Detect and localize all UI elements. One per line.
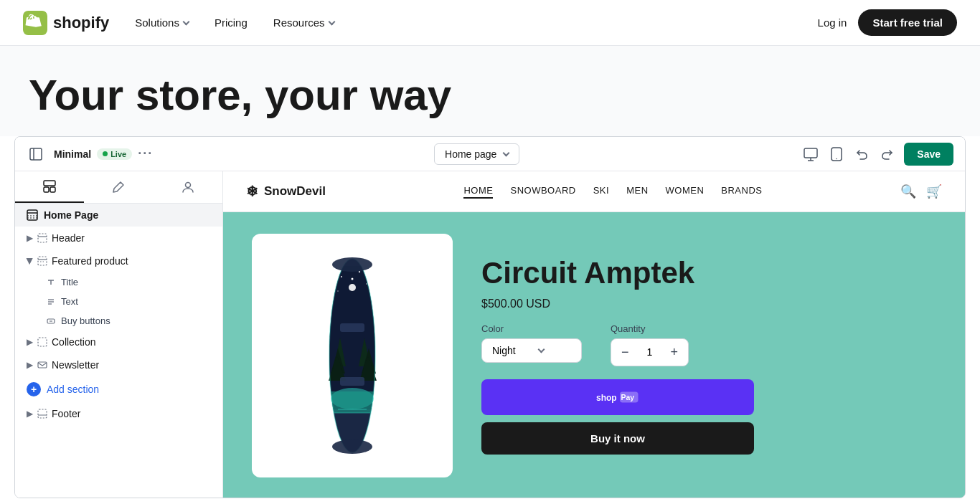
sidebar-tab-sections[interactable]	[15, 171, 84, 203]
add-section-icon: +	[27, 382, 41, 396]
shop-pay-button[interactable]: shop Pay	[481, 379, 754, 415]
resources-chevron-icon	[328, 19, 335, 26]
undo-button[interactable]	[852, 145, 871, 163]
sidebar-item-footer[interactable]: ▶ Footer	[15, 402, 222, 425]
buy-now-button[interactable]: Buy it now	[481, 422, 754, 455]
mobile-view-button[interactable]	[828, 144, 845, 164]
svg-point-56	[332, 257, 372, 272]
svg-point-12	[185, 183, 190, 188]
shopify-logo: S shopify	[23, 11, 109, 35]
store-nav-ski[interactable]: SKI	[593, 185, 609, 199]
svg-point-38	[366, 283, 367, 285]
sidebar-item-featured-product[interactable]: ▶ Featured product	[15, 249, 222, 272]
footer-expand-icon: ▶	[27, 409, 33, 419]
product-info: Circuit Amptek $500.00 USD Color Night	[481, 249, 936, 461]
home-page-label: Home Page	[44, 209, 98, 221]
svg-rect-9	[44, 181, 55, 186]
sidebar-item-title[interactable]: Title	[15, 272, 222, 292]
search-icon[interactable]: 🔍	[900, 184, 916, 199]
login-link[interactable]: Log in	[818, 16, 847, 29]
sections-icon	[43, 180, 56, 193]
svg-point-42	[349, 284, 356, 291]
svg-rect-31	[38, 409, 47, 418]
add-section-label: Add section	[47, 384, 99, 395]
redo-icon	[881, 148, 894, 161]
live-badge-text: Live	[110, 150, 126, 158]
header-label: Header	[52, 232, 85, 244]
editor-body: Home Page ▶ Header ▶ Featured product	[15, 171, 965, 498]
quantity-control: − 1 +	[611, 338, 689, 366]
svg-rect-17	[38, 234, 47, 242]
svg-rect-13	[27, 210, 37, 220]
sidebar-tab-people[interactable]	[154, 171, 222, 203]
sidebar-item-header[interactable]: ▶ Header	[15, 227, 222, 249]
add-section-button[interactable]: + Add section	[15, 376, 222, 402]
store-nav-brands[interactable]: BRANDS	[721, 185, 762, 199]
sidebar-items-list: Home Page ▶ Header ▶ Featured product	[15, 204, 222, 498]
svg-rect-29	[38, 338, 47, 346]
sidebar-item-home-page[interactable]: Home Page	[15, 204, 222, 227]
sidebar-item-collection[interactable]: ▶ Collection	[15, 331, 222, 353]
cart-icon[interactable]: 🛒	[926, 184, 942, 199]
store-nav-women[interactable]: WOMEN	[666, 185, 705, 199]
svg-point-41	[369, 274, 371, 275]
store-nav-right: 🔍 🛒	[900, 184, 942, 199]
store-nav-home[interactable]: HOME	[463, 185, 493, 199]
buy-buttons-label: Buy buttons	[61, 315, 110, 326]
collection-label: Collection	[52, 336, 95, 348]
redo-button[interactable]	[878, 145, 897, 163]
title-icon	[47, 278, 55, 287]
quantity-decrease-button[interactable]: −	[611, 339, 639, 366]
color-option-group: Color Night	[481, 323, 582, 366]
toolbar-left: Minimal Live ···	[27, 145, 153, 163]
live-dot-icon	[103, 151, 108, 156]
color-value: Night	[492, 345, 516, 356]
save-button[interactable]: Save	[904, 143, 953, 166]
svg-rect-10	[44, 187, 49, 192]
store-nav-snowboard[interactable]: SNOWBOARD	[510, 185, 575, 199]
sidebar-toggle-button[interactable]	[27, 145, 45, 163]
page-select[interactable]: Home page	[434, 143, 519, 165]
desktop-view-button[interactable]	[801, 144, 821, 164]
quantity-label: Quantity	[611, 323, 689, 334]
store-preview: ❄ SnowDevil HOME SNOWBOARD SKI MEN WOMEN…	[223, 171, 965, 498]
sidebar-tabs	[15, 171, 222, 204]
sidebar-item-buy-buttons[interactable]: Buy buttons	[15, 311, 222, 331]
pricing-nav-link[interactable]: Pricing	[215, 16, 248, 29]
svg-rect-30	[38, 362, 47, 368]
shopify-logo-icon: S	[23, 11, 47, 35]
store-logo-icon: ❄	[246, 183, 258, 200]
home-page-icon	[27, 209, 38, 221]
text-label: Text	[61, 296, 78, 307]
theme-options-button[interactable]: ···	[138, 146, 153, 161]
people-icon	[182, 181, 194, 194]
color-select[interactable]: Night	[481, 338, 582, 363]
store-nav-links: HOME SNOWBOARD SKI MEN WOMEN BRANDS	[463, 185, 762, 199]
product-name: Circuit Amptek	[481, 257, 936, 290]
hero-section: Your store, your way	[0, 46, 980, 136]
sidebar-tab-theme[interactable]	[84, 171, 153, 203]
start-trial-button[interactable]: Start free trial	[858, 9, 957, 36]
svg-rect-2	[30, 148, 42, 160]
product-options: Color Night Quantity − 1	[481, 323, 936, 366]
toolbar-center: Home page	[434, 143, 519, 165]
page-select-chevron-icon	[503, 150, 510, 157]
sidebar-item-newsletter[interactable]: ▶ Newsletter	[15, 353, 222, 376]
svg-text:Pay: Pay	[621, 392, 635, 401]
resources-nav-link[interactable]: Resources	[273, 16, 334, 29]
store-logo-text: SnowDevil	[264, 184, 326, 199]
store-nav-men[interactable]: MEN	[626, 185, 648, 199]
product-area: Circuit Amptek $500.00 USD Color Night	[223, 212, 965, 498]
text-icon	[47, 298, 55, 306]
sidebar-item-text[interactable]: Text	[15, 292, 222, 311]
color-chevron-icon	[537, 346, 545, 353]
svg-rect-54	[340, 323, 364, 332]
footer-label: Footer	[52, 408, 80, 419]
quantity-increase-button[interactable]: +	[661, 339, 689, 366]
svg-point-40	[352, 278, 354, 280]
solutions-nav-link[interactable]: Solutions	[135, 16, 189, 29]
collection-expand-icon: ▶	[27, 337, 33, 347]
page-select-value: Home page	[445, 148, 496, 160]
quantity-option-group: Quantity − 1 +	[611, 323, 689, 366]
editor-toolbar: Minimal Live ··· Home page	[15, 137, 965, 171]
